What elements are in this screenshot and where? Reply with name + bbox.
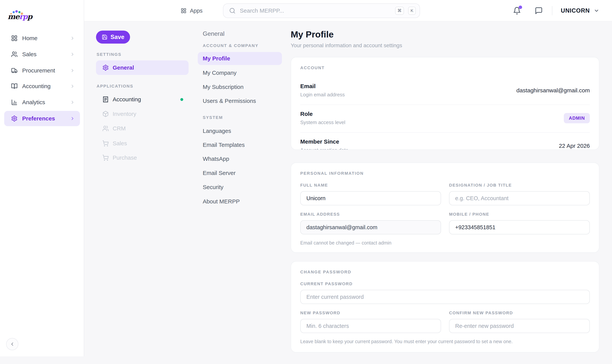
applications-section-label: APPLICATIONS bbox=[97, 84, 133, 89]
chevron-right-icon bbox=[70, 116, 75, 121]
app-item-label: Inventory bbox=[113, 111, 183, 117]
app-item-label: Sales bbox=[113, 140, 183, 147]
field-label: CURRENT PASSWORD bbox=[300, 281, 590, 286]
chevron-right-icon bbox=[70, 68, 75, 73]
email-helper-text: Email cannot be changed — contact admin bbox=[300, 240, 590, 246]
sidebar-item-label: Accounting bbox=[22, 83, 66, 90]
settings-nav-item-email-server[interactable]: Email Server bbox=[203, 170, 236, 176]
chevron-right-icon bbox=[70, 52, 75, 57]
sidebar-item-analytics[interactable]: Analytics bbox=[4, 95, 80, 110]
field-label: MOBILE / PHONE bbox=[449, 212, 590, 217]
app-item-crm[interactable]: CRM bbox=[96, 122, 188, 135]
sidebar-item-label: Procurement bbox=[22, 67, 66, 74]
sidebar-item-sales[interactable]: Sales bbox=[4, 47, 80, 62]
chevron-right-icon bbox=[70, 36, 75, 41]
settings-nav-item-label: My Profile bbox=[203, 55, 230, 62]
row-title: Role bbox=[300, 111, 346, 117]
apps-button-label: Apps bbox=[190, 8, 202, 14]
account-row-member-since: Member Since Account creation date 22 Ap… bbox=[300, 133, 590, 150]
main-sidebar: merpp Home Sales Procurement Accounting … bbox=[0, 0, 84, 356]
mobile-phone-input[interactable] bbox=[449, 220, 590, 234]
sidebar-item-label: Home bbox=[22, 35, 66, 41]
users-icon bbox=[11, 51, 18, 58]
shortcut-command-key: ⌘ bbox=[395, 7, 404, 15]
field-full-name: FULL NAME bbox=[300, 183, 441, 205]
settings-nav-item-my-company[interactable]: My Company bbox=[203, 70, 237, 76]
panel-item-general[interactable]: General bbox=[96, 60, 188, 75]
truck-icon bbox=[11, 67, 18, 74]
save-icon bbox=[102, 34, 107, 40]
messages-button[interactable] bbox=[535, 7, 543, 15]
notification-dot bbox=[519, 6, 522, 9]
row-subtitle: System access level bbox=[300, 119, 346, 125]
settings-nav-item-my-subscription[interactable]: My Subscription bbox=[203, 84, 243, 90]
merpp-logo: merpp bbox=[8, 7, 32, 21]
field-current-password: CURRENT PASSWORD bbox=[300, 281, 590, 304]
confirm-new-password-input[interactable] bbox=[449, 319, 590, 333]
sidebar-item-home[interactable]: Home bbox=[4, 31, 80, 46]
settings-nav-item-whatsapp[interactable]: WhatsApp bbox=[203, 156, 229, 162]
password-note-text: Leave blank to keep your current passwor… bbox=[300, 339, 590, 344]
field-label: NEW PASSWORD bbox=[300, 311, 441, 315]
sidebar-item-procurement[interactable]: Procurement bbox=[4, 63, 80, 78]
field-label: DESIGNATION / JOB TITLE bbox=[449, 183, 590, 188]
chevron-right-icon bbox=[70, 100, 75, 105]
chat-icon bbox=[535, 7, 543, 15]
account-name: UNICORN bbox=[561, 7, 590, 14]
bar-chart-icon bbox=[11, 99, 18, 105]
row-value: dastaghirsanwal@gmail.com bbox=[516, 87, 590, 94]
settings-nav-item-my-profile[interactable]: My Profile bbox=[198, 52, 282, 65]
app-item-sales[interactable]: Sales bbox=[96, 137, 188, 150]
sidebar-item-preferences[interactable]: Preferences bbox=[4, 111, 80, 126]
panel-item-label: General bbox=[113, 65, 183, 71]
system-section-label: SYSTEM bbox=[203, 115, 223, 120]
row-title: Member Since bbox=[300, 138, 348, 145]
app-item-purchase[interactable]: Purchase bbox=[96, 151, 188, 164]
sidebar-item-accounting[interactable]: Accounting bbox=[4, 78, 80, 94]
search-input[interactable] bbox=[240, 7, 391, 14]
settings-nav-item-users-permissions[interactable]: Users & Permissions bbox=[203, 98, 256, 104]
row-subtitle: Account creation date bbox=[300, 147, 348, 150]
settings-nav-item-languages[interactable]: Languages bbox=[203, 128, 231, 134]
settings-nav-item-security[interactable]: Security bbox=[203, 184, 223, 190]
save-button-label: Save bbox=[110, 34, 124, 40]
current-password-input[interactable] bbox=[300, 290, 590, 304]
full-name-input[interactable] bbox=[300, 191, 441, 205]
page-subtitle: Your personal information and account se… bbox=[291, 42, 402, 49]
users-icon bbox=[102, 125, 109, 132]
app-item-accounting[interactable]: Accounting bbox=[96, 93, 188, 106]
topbar-divider bbox=[552, 6, 552, 15]
account-row-email: Email Login email address dastaghirsanwa… bbox=[300, 77, 590, 105]
apps-button[interactable]: Apps bbox=[181, 5, 202, 16]
row-subtitle: Login email address bbox=[300, 92, 345, 98]
grid-icon bbox=[181, 8, 186, 13]
row-title: Email bbox=[300, 83, 345, 90]
gear-icon bbox=[102, 65, 109, 71]
field-label: CONFIRM NEW PASSWORD bbox=[449, 311, 590, 315]
account-card: ACCOUNT Email Login email address dastag… bbox=[291, 57, 599, 150]
notifications-button[interactable] bbox=[513, 7, 521, 15]
field-label: FULL NAME bbox=[300, 183, 441, 188]
new-password-input[interactable] bbox=[300, 319, 441, 333]
search-icon bbox=[229, 7, 236, 14]
account-card-label: ACCOUNT bbox=[300, 65, 590, 70]
account-row-role: Role System access level ADMIN bbox=[300, 105, 590, 133]
save-button[interactable]: Save bbox=[96, 31, 130, 44]
receipt-icon bbox=[102, 96, 109, 103]
chevron-left-icon bbox=[10, 341, 15, 347]
settings-nav-item-about-merpp[interactable]: About MERPP bbox=[203, 198, 240, 205]
designation-input[interactable] bbox=[449, 191, 590, 205]
logo-wordmark: merpp bbox=[8, 12, 32, 21]
field-mobile-phone: MOBILE / PHONE bbox=[449, 212, 590, 234]
settings-nav-item-email-templates[interactable]: Email Templates bbox=[203, 142, 245, 148]
account-menu[interactable]: UNICORN bbox=[561, 7, 599, 14]
field-label: EMAIL ADDRESS bbox=[300, 212, 441, 217]
gear-icon bbox=[11, 115, 18, 122]
admin-role-badge: ADMIN bbox=[564, 113, 590, 123]
app-item-inventory[interactable]: Inventory bbox=[96, 107, 188, 120]
sidebar-collapse-button[interactable] bbox=[6, 338, 18, 350]
package-icon bbox=[102, 111, 109, 117]
global-search: ⌘ K bbox=[223, 3, 420, 18]
row-value: 22 Apr 2026 bbox=[559, 143, 590, 149]
chevron-right-icon bbox=[70, 84, 75, 89]
